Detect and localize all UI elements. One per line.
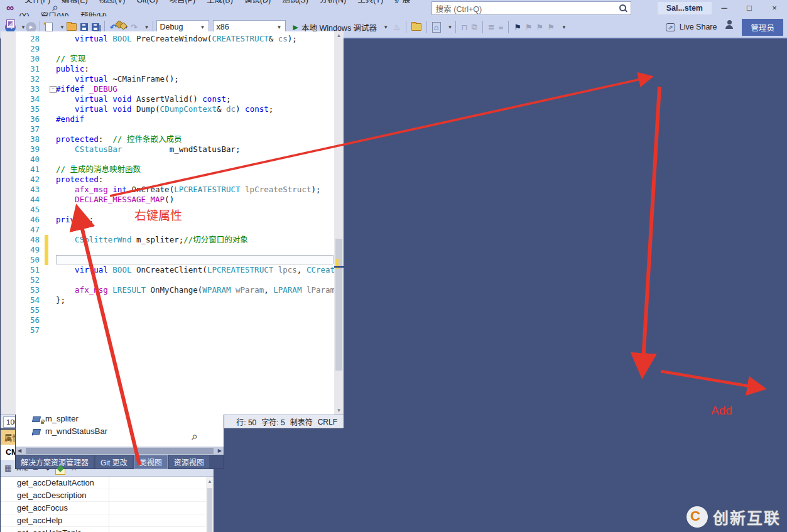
code-line[interactable]: 49 [1, 245, 334, 255]
redo-icon[interactable]: ↷ [131, 23, 138, 32]
code-line[interactable]: 47 [1, 225, 334, 235]
code-text: private: [56, 215, 334, 225]
navigate-back-dropdown-icon[interactable]: ▼ [21, 24, 26, 30]
code-line[interactable]: 34 virtual void AssertValid() const; [1, 94, 334, 104]
live-share-icon[interactable]: ⇗ [666, 23, 675, 31]
redo-dropdown-icon[interactable]: ▼ [144, 24, 149, 30]
property-value[interactable] [109, 489, 214, 501]
menu-item[interactable]: 视图(V) [94, 0, 131, 4]
close-button[interactable]: × [762, 0, 787, 16]
menu-item[interactable]: 测试(S) [276, 0, 314, 4]
code-line[interactable]: 36#endif [1, 114, 334, 124]
code-line[interactable]: 30// 实现 [1, 54, 334, 64]
property-value[interactable] [109, 502, 214, 514]
scrollbar-thumb[interactable] [26, 448, 214, 454]
code-line[interactable]: 54}; [1, 295, 334, 305]
start-debug-icon[interactable]: ▶ [293, 23, 298, 31]
account-icon[interactable] [725, 25, 733, 29]
property-row[interactable]: get_accHelp [1, 514, 214, 527]
navigate-forward-icon[interactable]: ► [26, 22, 36, 33]
admin-button[interactable]: 管理员 [742, 19, 783, 36]
property-row[interactable]: get_accDescription [1, 489, 214, 502]
code-line[interactable]: 53 afx_msg LRESULT OnMyChange(WPARAM wPa… [1, 285, 334, 295]
code-line[interactable]: 28 virtual BOOL PreCreateWindow(CREATEST… [1, 34, 334, 44]
menu-item[interactable]: 调试(D) [239, 0, 276, 4]
class-view-horizontal-scrollbar[interactable]: ◀ ▶ [16, 447, 224, 455]
code-line[interactable]: 55 [1, 305, 334, 315]
menu-item[interactable]: 生成(B) [201, 0, 239, 4]
menu-item[interactable]: 文件(F) [19, 0, 56, 4]
code-text [56, 155, 334, 165]
menu-item[interactable]: 项目(P) [163, 0, 201, 4]
maximize-button[interactable]: □ [737, 0, 762, 16]
line-number: 48 [1, 235, 56, 245]
member-label: m_spliter [45, 414, 79, 423]
code-line[interactable]: 31public: [1, 64, 334, 74]
code-line[interactable]: 43 afx_msg int OnCreate(LPCREATESTRUCT l… [1, 185, 334, 195]
code-line[interactable]: 48 CSplitterWnd m_spliter;//切分窗口的对象 [1, 235, 334, 245]
code-line[interactable]: 38protected: // 控件条嵌入成员 [1, 134, 334, 144]
open-file-icon[interactable] [67, 23, 77, 31]
menu-item[interactable]: 分析(N) [314, 0, 352, 4]
minimize-button[interactable]: ─ [712, 0, 737, 16]
code-line[interactable]: 56 [1, 315, 334, 325]
toolbar-overflow-icon[interactable]: ▼ [562, 24, 567, 30]
panel-tab[interactable]: 解决方案资源管理器 [16, 455, 94, 469]
scrollbar-thumb[interactable] [207, 488, 212, 532]
property-row[interactable]: get_accDefaultAction [1, 477, 214, 489]
menu-item[interactable]: 工具(T) [352, 0, 389, 4]
solution-explorer-home-icon[interactable]: ⌂ [432, 22, 441, 33]
menu-item[interactable]: 编辑(E) [56, 0, 94, 4]
code-area[interactable]: 28 virtual BOOL PreCreateWindow(CREATEST… [1, 31, 344, 415]
scroll-left-icon[interactable]: ◀ [16, 448, 23, 453]
scroll-right-icon[interactable]: ▶ [216, 448, 224, 453]
line-number: 57 [1, 325, 56, 335]
properties-scrollbar[interactable]: ▲ ▼ [206, 477, 214, 532]
save-icon[interactable] [80, 23, 88, 31]
new-file-dropdown-icon[interactable]: ▼ [60, 24, 65, 30]
code-line[interactable]: 29 [1, 44, 334, 54]
line-number: 38 [1, 134, 56, 144]
code-line[interactable]: 44 DECLARE_MESSAGE_MAP() [1, 195, 334, 205]
scroll-down-icon[interactable]: ▼ [334, 408, 344, 413]
save-all-icon[interactable] [92, 23, 99, 31]
property-value[interactable] [109, 527, 214, 532]
start-debug-dropdown-icon[interactable]: ▼ [383, 24, 388, 30]
code-line[interactable]: 42protected: [1, 175, 334, 185]
live-share-label[interactable]: Live Share [680, 23, 717, 31]
code-line[interactable]: 40 [1, 155, 334, 165]
code-lines[interactable]: 28 virtual BOOL PreCreateWindow(CREATEST… [1, 34, 334, 335]
menu-item[interactable]: Git(G) [131, 0, 163, 4]
line-number: 47 [1, 225, 56, 235]
scroll-up-icon[interactable]: ▲ [206, 479, 214, 484]
property-row[interactable]: get_accHelpTopic [1, 527, 214, 532]
property-value[interactable] [109, 514, 214, 526]
code-line[interactable]: 57 [1, 325, 334, 335]
code-text [56, 255, 334, 265]
code-line[interactable]: 52 [1, 275, 334, 285]
home-dropdown-icon[interactable]: ▼ [448, 24, 453, 30]
property-value[interactable] [109, 477, 214, 489]
code-line[interactable]: 35 virtual void Dump(CDumpContext& dc) c… [1, 104, 334, 114]
code-line[interactable]: 39 CStatusBar m_wndStatusBar; [1, 144, 334, 155]
code-line[interactable]: 51 virtual BOOL OnCreateClient(LPCREATES… [1, 265, 334, 275]
property-name: get_accHelpTopic [1, 527, 109, 532]
code-text [56, 124, 334, 134]
panel-tab[interactable]: Git 更改 [95, 455, 133, 469]
panel-tab[interactable]: 类视图 [134, 455, 167, 469]
fold-collapse-icon[interactable]: − [50, 86, 57, 93]
editor-vertical-scrollbar[interactable]: ▲ ▼ [334, 31, 344, 415]
property-row[interactable]: get_accFocus [1, 502, 214, 514]
code-line[interactable]: 41// 生成的消息映射函数 [1, 165, 334, 175]
panel-tab[interactable]: 资源视图 [169, 455, 209, 469]
code-line[interactable]: 50 [1, 255, 334, 265]
new-file-icon[interactable] [45, 23, 53, 31]
code-text [56, 44, 334, 54]
find-in-files-icon[interactable] [411, 23, 421, 31]
scroll-up-icon[interactable]: ▲ [334, 33, 344, 38]
quick-search-input[interactable]: 搜索 (Ctrl+Q) [431, 1, 631, 15]
code-line[interactable]: 32 virtual ~CMainFrame(); [1, 74, 334, 84]
line-number: 55 [1, 305, 56, 315]
bookmark-icon[interactable]: ⚑ [514, 23, 521, 32]
code-line[interactable]: 37 [1, 124, 334, 134]
